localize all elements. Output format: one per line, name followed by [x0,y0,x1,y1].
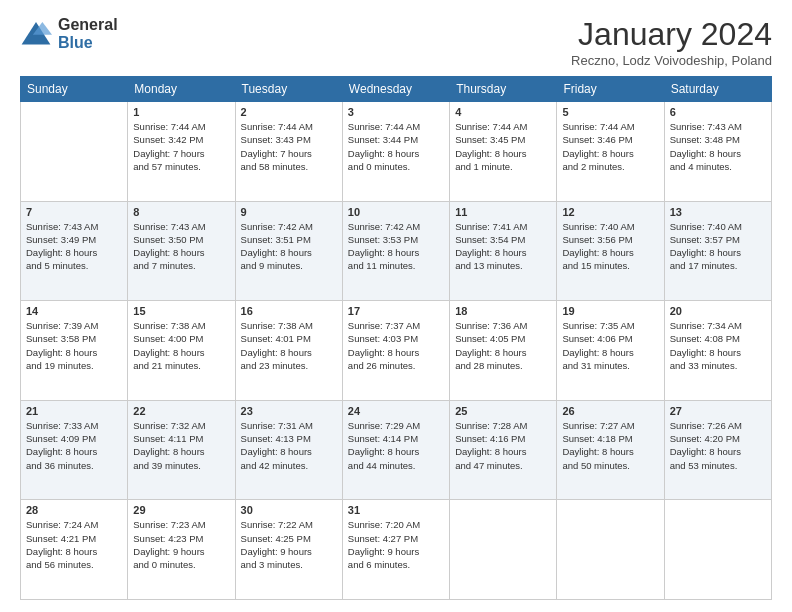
day-number: 9 [241,206,337,218]
day-number: 5 [562,106,658,118]
table-row: 6Sunrise: 7:43 AM Sunset: 3:48 PM Daylig… [664,102,771,202]
day-info: Sunrise: 7:29 AM Sunset: 4:14 PM Dayligh… [348,419,444,472]
table-row: 19Sunrise: 7:35 AM Sunset: 4:06 PM Dayli… [557,301,664,401]
day-number: 28 [26,504,122,516]
day-info: Sunrise: 7:40 AM Sunset: 3:56 PM Dayligh… [562,220,658,273]
table-row: 2Sunrise: 7:44 AM Sunset: 3:43 PM Daylig… [235,102,342,202]
day-number: 22 [133,405,229,417]
calendar-week-row: 1Sunrise: 7:44 AM Sunset: 3:42 PM Daylig… [21,102,772,202]
day-number: 13 [670,206,766,218]
day-number: 14 [26,305,122,317]
day-number: 21 [26,405,122,417]
table-row: 27Sunrise: 7:26 AM Sunset: 4:20 PM Dayli… [664,400,771,500]
day-number: 6 [670,106,766,118]
header-monday: Monday [128,77,235,102]
day-number: 20 [670,305,766,317]
day-number: 24 [348,405,444,417]
day-info: Sunrise: 7:44 AM Sunset: 3:42 PM Dayligh… [133,120,229,173]
table-row [664,500,771,600]
calendar-table: Sunday Monday Tuesday Wednesday Thursday… [20,76,772,600]
day-info: Sunrise: 7:34 AM Sunset: 4:08 PM Dayligh… [670,319,766,372]
day-info: Sunrise: 7:32 AM Sunset: 4:11 PM Dayligh… [133,419,229,472]
day-number: 15 [133,305,229,317]
header-saturday: Saturday [664,77,771,102]
table-row: 9Sunrise: 7:42 AM Sunset: 3:51 PM Daylig… [235,201,342,301]
table-row [557,500,664,600]
day-info: Sunrise: 7:40 AM Sunset: 3:57 PM Dayligh… [670,220,766,273]
day-info: Sunrise: 7:38 AM Sunset: 4:00 PM Dayligh… [133,319,229,372]
table-row: 25Sunrise: 7:28 AM Sunset: 4:16 PM Dayli… [450,400,557,500]
day-info: Sunrise: 7:43 AM Sunset: 3:49 PM Dayligh… [26,220,122,273]
day-number: 26 [562,405,658,417]
day-number: 7 [26,206,122,218]
table-row: 12Sunrise: 7:40 AM Sunset: 3:56 PM Dayli… [557,201,664,301]
table-row: 5Sunrise: 7:44 AM Sunset: 3:46 PM Daylig… [557,102,664,202]
day-info: Sunrise: 7:42 AM Sunset: 3:53 PM Dayligh… [348,220,444,273]
table-row: 29Sunrise: 7:23 AM Sunset: 4:23 PM Dayli… [128,500,235,600]
day-number: 4 [455,106,551,118]
logo-blue-text: Blue [58,34,118,52]
day-number: 29 [133,504,229,516]
table-row: 13Sunrise: 7:40 AM Sunset: 3:57 PM Dayli… [664,201,771,301]
header-sunday: Sunday [21,77,128,102]
day-info: Sunrise: 7:35 AM Sunset: 4:06 PM Dayligh… [562,319,658,372]
calendar-week-row: 28Sunrise: 7:24 AM Sunset: 4:21 PM Dayli… [21,500,772,600]
day-info: Sunrise: 7:36 AM Sunset: 4:05 PM Dayligh… [455,319,551,372]
day-number: 8 [133,206,229,218]
header-thursday: Thursday [450,77,557,102]
logo-general-text: General [58,16,118,34]
day-info: Sunrise: 7:43 AM Sunset: 3:48 PM Dayligh… [670,120,766,173]
day-number: 31 [348,504,444,516]
day-info: Sunrise: 7:44 AM Sunset: 3:46 PM Dayligh… [562,120,658,173]
day-number: 10 [348,206,444,218]
table-row: 26Sunrise: 7:27 AM Sunset: 4:18 PM Dayli… [557,400,664,500]
day-info: Sunrise: 7:20 AM Sunset: 4:27 PM Dayligh… [348,518,444,571]
day-info: Sunrise: 7:38 AM Sunset: 4:01 PM Dayligh… [241,319,337,372]
table-row: 16Sunrise: 7:38 AM Sunset: 4:01 PM Dayli… [235,301,342,401]
day-number: 12 [562,206,658,218]
table-row: 15Sunrise: 7:38 AM Sunset: 4:00 PM Dayli… [128,301,235,401]
logo-icon [20,20,52,48]
day-number: 17 [348,305,444,317]
title-block: January 2024 Reczno, Lodz Voivodeship, P… [571,16,772,68]
table-row: 3Sunrise: 7:44 AM Sunset: 3:44 PM Daylig… [342,102,449,202]
day-number: 23 [241,405,337,417]
table-row: 10Sunrise: 7:42 AM Sunset: 3:53 PM Dayli… [342,201,449,301]
day-info: Sunrise: 7:23 AM Sunset: 4:23 PM Dayligh… [133,518,229,571]
day-info: Sunrise: 7:43 AM Sunset: 3:50 PM Dayligh… [133,220,229,273]
day-number: 11 [455,206,551,218]
calendar-header-row: Sunday Monday Tuesday Wednesday Thursday… [21,77,772,102]
day-number: 1 [133,106,229,118]
table-row: 28Sunrise: 7:24 AM Sunset: 4:21 PM Dayli… [21,500,128,600]
day-info: Sunrise: 7:33 AM Sunset: 4:09 PM Dayligh… [26,419,122,472]
table-row: 24Sunrise: 7:29 AM Sunset: 4:14 PM Dayli… [342,400,449,500]
day-number: 2 [241,106,337,118]
table-row: 17Sunrise: 7:37 AM Sunset: 4:03 PM Dayli… [342,301,449,401]
table-row: 21Sunrise: 7:33 AM Sunset: 4:09 PM Dayli… [21,400,128,500]
day-info: Sunrise: 7:28 AM Sunset: 4:16 PM Dayligh… [455,419,551,472]
header-tuesday: Tuesday [235,77,342,102]
day-info: Sunrise: 7:27 AM Sunset: 4:18 PM Dayligh… [562,419,658,472]
day-info: Sunrise: 7:44 AM Sunset: 3:44 PM Dayligh… [348,120,444,173]
table-row: 7Sunrise: 7:43 AM Sunset: 3:49 PM Daylig… [21,201,128,301]
location-subtitle: Reczno, Lodz Voivodeship, Poland [571,53,772,68]
day-info: Sunrise: 7:39 AM Sunset: 3:58 PM Dayligh… [26,319,122,372]
table-row: 4Sunrise: 7:44 AM Sunset: 3:45 PM Daylig… [450,102,557,202]
table-row: 23Sunrise: 7:31 AM Sunset: 4:13 PM Dayli… [235,400,342,500]
day-info: Sunrise: 7:42 AM Sunset: 3:51 PM Dayligh… [241,220,337,273]
table-row: 20Sunrise: 7:34 AM Sunset: 4:08 PM Dayli… [664,301,771,401]
day-info: Sunrise: 7:22 AM Sunset: 4:25 PM Dayligh… [241,518,337,571]
table-row: 8Sunrise: 7:43 AM Sunset: 3:50 PM Daylig… [128,201,235,301]
page-header: General Blue January 2024 Reczno, Lodz V… [20,16,772,68]
day-info: Sunrise: 7:44 AM Sunset: 3:43 PM Dayligh… [241,120,337,173]
day-number: 3 [348,106,444,118]
calendar-week-row: 14Sunrise: 7:39 AM Sunset: 3:58 PM Dayli… [21,301,772,401]
day-info: Sunrise: 7:44 AM Sunset: 3:45 PM Dayligh… [455,120,551,173]
table-row: 1Sunrise: 7:44 AM Sunset: 3:42 PM Daylig… [128,102,235,202]
day-number: 30 [241,504,337,516]
day-number: 16 [241,305,337,317]
day-number: 25 [455,405,551,417]
month-title: January 2024 [571,16,772,53]
day-info: Sunrise: 7:24 AM Sunset: 4:21 PM Dayligh… [26,518,122,571]
table-row: 30Sunrise: 7:22 AM Sunset: 4:25 PM Dayli… [235,500,342,600]
